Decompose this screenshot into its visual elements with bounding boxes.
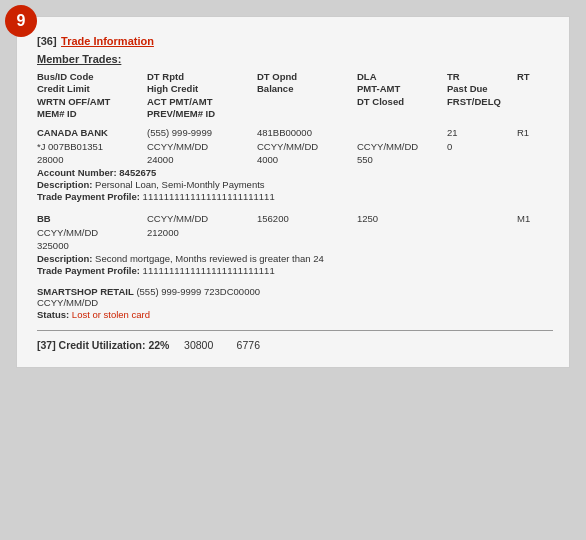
- trade-2-col3: 156200: [257, 212, 357, 252]
- member-trades-label: Member Trades:: [37, 53, 553, 65]
- trade-2-payment-profile: Trade Payment Profile: 11111111111111111…: [37, 265, 553, 276]
- smartshop-status: Status: Lost or stolen card: [37, 309, 553, 320]
- trade-1-account: Account Number: 8452675: [37, 167, 553, 178]
- trade-1-col3: 481BB00000 CCYY/MM/DD 4000: [257, 126, 357, 166]
- trade-2-description: Description: Second mortgage, Months rev…: [37, 253, 553, 264]
- col-header-1: Bus/ID Code Credit Limit WRTN OFF/AMT ME…: [37, 71, 147, 120]
- col-header-5: TR Past Due FRST/DELQ: [447, 71, 517, 120]
- section-prefix: [36]: [37, 35, 57, 47]
- trade-row-canada-bank: CANADA BANK *J 007BB01351 28000 (555) 99…: [37, 126, 553, 202]
- trade-1-payment-profile: Trade Payment Profile: 11111111111111111…: [37, 191, 553, 202]
- credit-utilization-row: [37] Credit Utilization: 22% 30800 6776: [37, 339, 553, 351]
- section-badge: 9: [5, 5, 37, 37]
- trade-information-link[interactable]: Trade Information: [61, 35, 154, 47]
- main-card: 9 [36] Trade Information Member Trades: …: [16, 16, 570, 368]
- col-header-6: RT: [517, 71, 577, 120]
- section-divider: [37, 330, 553, 331]
- trade-2-col6: M1: [517, 212, 577, 252]
- col-header-3: DT Opnd Balance: [257, 71, 357, 120]
- smartshop-phone: (555) 999-9999: [136, 286, 201, 297]
- trade-1-col2: (555) 999-9999 CCYY/MM/DD 24000: [147, 126, 257, 166]
- trade-2-col5: [447, 212, 517, 252]
- col-header-4: DLA PMT-AMT DT Closed: [357, 71, 447, 120]
- smartshop-code: 723DC00000: [204, 286, 260, 297]
- trade-1-col1: CANADA BANK *J 007BB01351 28000: [37, 126, 147, 166]
- trade-2-col1: BB CCYY/MM/DD 325000: [37, 212, 147, 252]
- trade-1-col5: 21 0: [447, 126, 517, 166]
- trade-1-col4: CCYY/MM/DD 550: [357, 126, 447, 166]
- col-header-2: DT Rptd High Credit ACT PMT/AMT PREV/MEM…: [147, 71, 257, 120]
- trade-2-col4: 1250: [357, 212, 447, 252]
- smartshop-sub-line: CCYY/MM/DD: [37, 297, 553, 308]
- trade-row-bb: BB CCYY/MM/DD 325000 CCYY/MM/DD 212000 1…: [37, 212, 553, 276]
- trade-1-description: Description: Personal Loan, Semi-Monthly…: [37, 179, 553, 190]
- trade-row-smartshop: SMARTSHOP RETAIL (555) 999-9999 723DC000…: [37, 286, 553, 320]
- trade-1-col6: R1: [517, 126, 577, 166]
- column-headers: Bus/ID Code Credit Limit WRTN OFF/AMT ME…: [37, 71, 553, 120]
- trade-2-col2: CCYY/MM/DD 212000: [147, 212, 257, 252]
